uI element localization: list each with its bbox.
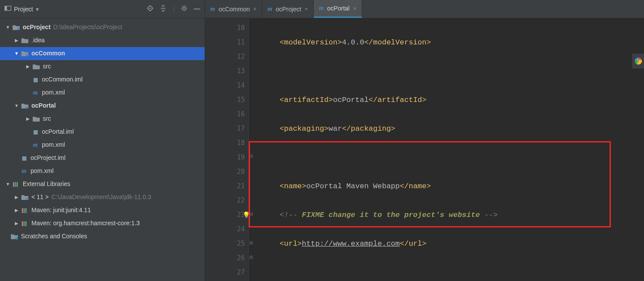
svg-line-15 <box>186 10 187 11</box>
tree-node-external-libs[interactable]: ▼ External Libraries <box>0 178 205 191</box>
iml-file-icon: ▦ <box>20 154 28 162</box>
sidebar-title[interactable]: Project <box>14 6 33 13</box>
line-number: 18 <box>205 136 245 150</box>
tree-node-maven-hamcrest[interactable]: ▶ Maven: org.hamcrest:hamcrest-core:1.3 <box>0 217 205 230</box>
tree-node-ocportal-src[interactable]: ▶ src <box>0 112 205 125</box>
maven-file-icon: m <box>267 6 272 13</box>
svg-rect-25 <box>22 208 23 213</box>
svg-rect-20 <box>26 106 28 108</box>
svg-rect-19 <box>26 54 28 56</box>
svg-rect-27 <box>25 208 27 213</box>
line-number: 20 <box>205 165 245 179</box>
library-icon <box>21 220 29 227</box>
line-number: 16 <box>205 107 245 122</box>
svg-line-17 <box>186 6 187 7</box>
tree-node-jdk[interactable]: ▶ < 11 > C:\JavaDevelopment\Java\jdk-11.… <box>0 191 205 204</box>
tree-node-ocportal-pom[interactable]: m pom.xml <box>0 139 205 152</box>
maven-file-icon: m <box>20 167 28 175</box>
tree-node-occommon[interactable]: ▼ ocCommon <box>0 47 205 60</box>
tab-label: ocPortal <box>327 5 349 12</box>
tree-node-occommon-pom[interactable]: m pom.xml <box>0 86 205 99</box>
tree-node-root[interactable]: ▼ ocProject D:\IdeaProjects\ocProject <box>0 21 205 34</box>
svg-point-9 <box>183 7 185 10</box>
library-icon <box>21 207 29 214</box>
tab-ocportal[interactable]: m ocPortal × <box>314 0 362 18</box>
svg-line-14 <box>182 6 183 7</box>
svg-rect-18 <box>17 28 19 30</box>
tree-node-occommon-iml[interactable]: ▦ ocCommon.iml <box>0 73 205 86</box>
svg-rect-1 <box>5 6 7 10</box>
line-number: 26 <box>205 251 245 265</box>
svg-rect-22 <box>15 182 16 187</box>
svg-point-3 <box>150 8 151 9</box>
line-number: 23 <box>205 208 245 222</box>
line-number: 22 <box>205 193 245 208</box>
chrome-browser-icon[interactable] <box>632 53 644 69</box>
maven-file-icon: m <box>210 6 215 13</box>
sidebar-header: Project ▾ | — <box>0 0 205 18</box>
line-number: 21 <box>205 179 245 193</box>
tree-node-ocportal-iml[interactable]: ▦ ocPortal.iml <box>0 125 205 139</box>
close-icon[interactable]: × <box>353 5 356 12</box>
svg-line-16 <box>182 10 183 11</box>
project-tool-icon <box>4 5 11 13</box>
maven-file-icon: m <box>31 141 39 149</box>
line-number: 14 <box>205 78 245 93</box>
gear-icon[interactable] <box>181 5 188 13</box>
divider: | <box>173 5 175 13</box>
tree-node-project-iml[interactable]: ▦ ocProject.iml <box>0 152 205 165</box>
tree-node-scratches[interactable]: Scratches and Consoles <box>0 230 205 243</box>
maven-file-icon: m <box>31 89 39 97</box>
svg-rect-26 <box>24 208 25 213</box>
svg-point-31 <box>15 237 18 240</box>
iml-file-icon: ▦ <box>31 128 39 136</box>
tab-label: ocCommon <box>219 6 250 13</box>
tree-node-occommon-src[interactable]: ▶ src <box>0 60 205 73</box>
line-number: 17 <box>205 122 245 136</box>
line-number: 11 <box>205 35 245 50</box>
svg-rect-24 <box>26 198 28 200</box>
close-icon[interactable]: × <box>253 6 257 12</box>
maven-file-icon: m <box>319 5 324 12</box>
editor-body[interactable]: 10 11 12 13 14 15 16 17 18 19 20 21 22 2… <box>205 18 644 281</box>
libraries-icon <box>12 180 20 188</box>
svg-rect-21 <box>13 182 14 187</box>
tab-ocproject[interactable]: m ocProject × <box>262 0 314 18</box>
project-sidebar: Project ▾ | — ▼ ocProject D:\IdeaProject… <box>0 0 205 281</box>
project-tree: ▼ ocProject D:\IdeaProjects\ocProject ▶ … <box>0 18 205 246</box>
iml-file-icon: ▦ <box>31 76 39 84</box>
svg-rect-29 <box>24 221 25 226</box>
hide-icon[interactable]: — <box>194 5 200 13</box>
line-gutter: 10 11 12 13 14 15 16 17 18 19 20 21 22 2… <box>205 18 249 281</box>
chevron-down-icon[interactable]: ▾ <box>36 6 39 13</box>
root-name: ocProject <box>23 23 51 32</box>
editor-tabs: m ocCommon × m ocProject × m ocPortal × <box>205 0 644 18</box>
line-number: 27 <box>205 265 245 280</box>
tree-node-ocportal[interactable]: ▼ ocPortal <box>0 99 205 112</box>
tree-node-idea[interactable]: ▶ .idea <box>0 34 205 47</box>
code-area[interactable]: <modelVersion>4.0.0</modelVersion> <arti… <box>249 18 644 281</box>
collapse-all-icon[interactable] <box>160 5 167 13</box>
tree-node-project-pom[interactable]: m pom.xml <box>0 165 205 178</box>
intention-bulb-icon[interactable]: 💡 <box>243 208 250 223</box>
tab-label: ocProject <box>276 6 301 13</box>
tree-node-maven-junit[interactable]: ▶ Maven: junit:junit:4.11 <box>0 204 205 217</box>
editor-pane: m ocCommon × m ocProject × m ocPortal × … <box>205 0 644 281</box>
line-number: 15 <box>205 93 245 107</box>
close-icon[interactable]: × <box>305 6 308 12</box>
line-number: 25 <box>205 237 245 251</box>
tab-occommon[interactable]: m ocCommon × <box>205 0 262 18</box>
svg-rect-30 <box>25 221 27 226</box>
line-number: 24 <box>205 222 245 237</box>
line-number: 10 <box>205 21 245 35</box>
svg-rect-23 <box>17 182 18 187</box>
line-number: 12 <box>205 50 245 64</box>
root-path: D:\IdeaProjects\ocProject <box>53 23 122 32</box>
target-icon[interactable] <box>147 5 154 13</box>
line-number: 19 <box>205 150 245 165</box>
svg-rect-28 <box>22 221 23 226</box>
line-number: 13 <box>205 64 245 78</box>
